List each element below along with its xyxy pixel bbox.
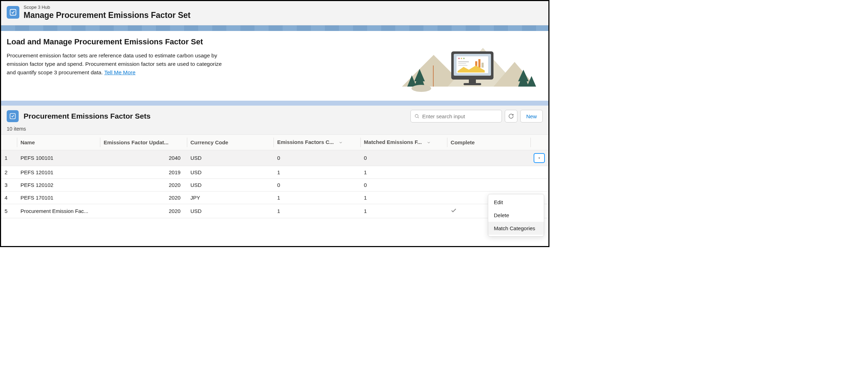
- svg-rect-26: [433, 65, 434, 87]
- row-number: 1: [1, 150, 17, 166]
- complete-cell: [447, 150, 530, 166]
- intro-illustration: [395, 37, 543, 94]
- col-year[interactable]: Emissions Factor Updat...: [100, 135, 187, 150]
- efc-cell: 1: [273, 166, 360, 178]
- row-action-menu: Edit Delete Match Categories: [488, 194, 544, 237]
- year-cell: 2020: [100, 191, 187, 204]
- efc-cell: 1: [273, 204, 360, 218]
- svg-point-13: [458, 58, 460, 59]
- name-link[interactable]: PEFS 170101: [17, 191, 100, 204]
- name-link[interactable]: PEFS 120101: [17, 166, 100, 178]
- row-action-cell: [530, 166, 548, 178]
- currency-cell: USD: [187, 166, 273, 178]
- check-icon: [451, 209, 457, 215]
- col-efc-label: Emissions Factors C...: [277, 139, 334, 145]
- menu-delete[interactable]: Delete: [488, 209, 544, 222]
- intro-title: Load and Manage Procurement Emissions Fa…: [7, 37, 232, 46]
- svg-rect-20: [458, 61, 469, 62]
- col-rownum: [1, 135, 17, 150]
- svg-point-25: [411, 85, 431, 92]
- chevron-down-icon: [427, 140, 431, 146]
- year-cell: 2019: [100, 166, 187, 178]
- col-currency[interactable]: Currency Code: [187, 135, 273, 150]
- efc-cell: 1: [273, 191, 360, 204]
- table-row: 3PEFS 1201022020USD00: [1, 178, 548, 191]
- col-name[interactable]: Name: [17, 135, 100, 150]
- menu-match-categories[interactable]: Match Categories: [488, 222, 544, 235]
- item-count: 10 items: [7, 126, 543, 132]
- list-icon: [7, 110, 19, 122]
- col-complete[interactable]: Complete: [447, 135, 530, 150]
- svg-rect-23: [469, 80, 476, 83]
- caret-down-icon: [537, 156, 541, 160]
- list-title: Procurement Emissions Factor Sets: [24, 112, 151, 120]
- currency-cell: JPY: [187, 191, 273, 204]
- mef-cell: 1: [360, 204, 447, 218]
- intro-description: Procurement emission factor sets are ref…: [7, 51, 232, 77]
- refresh-button[interactable]: [505, 110, 517, 122]
- divider-band: [1, 25, 548, 31]
- row-number: 2: [1, 166, 17, 178]
- col-mef-label: Matched Emissions F...: [364, 139, 422, 145]
- efc-cell: 0: [273, 178, 360, 191]
- page-title: Manage Procurement Emissions Factor Set: [24, 11, 190, 20]
- svg-rect-18: [482, 63, 484, 68]
- col-mef[interactable]: Matched Emissions F...: [360, 135, 447, 150]
- thin-divider: [1, 101, 548, 106]
- row-number: 5: [1, 204, 17, 218]
- refresh-icon: [508, 113, 514, 119]
- table-row: 2PEFS 1201012019USD11: [1, 166, 548, 178]
- svg-rect-21: [458, 63, 466, 64]
- list-header: Procurement Emissions Factor Sets New 10…: [1, 106, 548, 134]
- search-box[interactable]: [410, 110, 502, 122]
- currency-cell: USD: [187, 204, 273, 218]
- col-efc[interactable]: Emissions Factors C...: [273, 135, 360, 150]
- currency-cell: USD: [187, 178, 273, 191]
- row-number: 4: [1, 191, 17, 204]
- year-cell: 2040: [100, 150, 187, 166]
- table-row: 4PEFS 1701012020JPY11: [1, 191, 548, 204]
- name-link[interactable]: Procurement Emission Fac...: [17, 204, 100, 218]
- row-number: 3: [1, 178, 17, 191]
- row-action-cell: [530, 178, 548, 191]
- header-eyebrow: Scope 3 Hub: [24, 5, 190, 10]
- mef-cell: 1: [360, 191, 447, 204]
- svg-rect-22: [458, 65, 467, 66]
- complete-cell: [447, 178, 530, 191]
- svg-point-15: [463, 58, 465, 59]
- tell-me-more-link[interactable]: Tell Me More: [104, 69, 136, 75]
- svg-marker-30: [538, 157, 540, 158]
- table-row: 1PEFS 1001012040USD00: [1, 150, 548, 166]
- menu-edit[interactable]: Edit: [488, 196, 544, 209]
- app-icon: [7, 6, 19, 19]
- table-row: 5Procurement Emission Fac...2020USD11: [1, 204, 548, 218]
- efc-cell: 0: [273, 150, 360, 166]
- new-button[interactable]: New: [520, 110, 543, 122]
- mef-cell: 0: [360, 150, 447, 166]
- col-actions: [530, 135, 548, 150]
- name-link[interactable]: PEFS 120102: [17, 178, 100, 191]
- currency-cell: USD: [187, 150, 273, 166]
- search-icon: [414, 113, 419, 119]
- row-action-button[interactable]: [534, 153, 545, 163]
- mef-cell: 0: [360, 178, 447, 191]
- svg-rect-24: [464, 83, 481, 85]
- page-header: Scope 3 Hub Manage Procurement Emissions…: [1, 1, 548, 25]
- complete-cell: [447, 166, 530, 178]
- intro-panel: Load and Manage Procurement Emissions Fa…: [1, 31, 548, 101]
- svg-point-14: [461, 58, 462, 59]
- search-input[interactable]: [422, 113, 498, 119]
- svg-rect-17: [478, 59, 480, 68]
- svg-line-29: [418, 117, 419, 118]
- mef-cell: 1: [360, 166, 447, 178]
- name-link[interactable]: PEFS 100101: [17, 150, 100, 166]
- svg-point-28: [415, 114, 418, 117]
- table-header-row: Name Emissions Factor Updat... Currency …: [1, 135, 548, 150]
- data-table: Name Emissions Factor Updat... Currency …: [1, 134, 548, 218]
- row-action-cell: [530, 150, 548, 166]
- year-cell: 2020: [100, 178, 187, 191]
- chevron-down-icon: [339, 140, 343, 146]
- year-cell: 2020: [100, 204, 187, 218]
